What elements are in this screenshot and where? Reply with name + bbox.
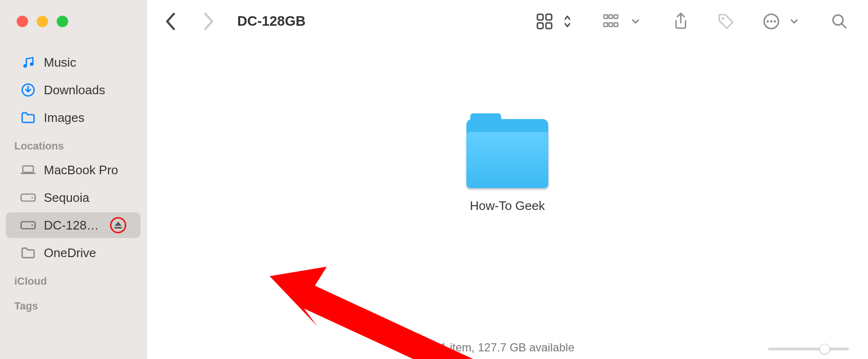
view-mode-button[interactable] bbox=[535, 12, 577, 31]
eject-highlight bbox=[110, 217, 126, 233]
download-icon bbox=[20, 82, 36, 98]
tags-button[interactable] bbox=[717, 12, 736, 31]
svg-rect-19 bbox=[23, 166, 33, 172]
sidebar-item-macbook-pro[interactable]: MacBook Pro bbox=[6, 157, 141, 183]
sidebar-item-label: OneDrive bbox=[44, 246, 126, 260]
sidebar-item-label: Images bbox=[44, 110, 126, 125]
share-button[interactable] bbox=[671, 12, 690, 31]
chevron-down-icon bbox=[626, 12, 645, 31]
icon-view-icon bbox=[535, 12, 554, 31]
svg-rect-3 bbox=[546, 23, 552, 29]
svg-point-10 bbox=[722, 17, 724, 20]
toolbar: DC-128GB bbox=[0, 0, 868, 43]
svg-rect-8 bbox=[609, 23, 613, 27]
search-button[interactable] bbox=[830, 12, 849, 31]
sidebar-section-locations[interactable]: Locations bbox=[0, 131, 146, 156]
sidebar-item-onedrive[interactable]: OneDrive bbox=[6, 240, 141, 266]
svg-rect-4 bbox=[604, 15, 608, 19]
icon-size-slider[interactable] bbox=[768, 346, 849, 352]
finder-window: DC-128GB bbox=[0, 0, 868, 359]
sidebar-item-label: MacBook Pro bbox=[44, 163, 126, 178]
svg-rect-1 bbox=[546, 14, 552, 20]
toolbar-right bbox=[535, 12, 849, 31]
item-label: How-To Geek bbox=[470, 199, 545, 213]
svg-rect-2 bbox=[537, 23, 543, 29]
svg-point-17 bbox=[30, 62, 34, 66]
sidebar-item-downloads[interactable]: Downloads bbox=[6, 77, 141, 103]
content-area: How-To Geek 1 item, 127.7 GB available bbox=[147, 43, 868, 359]
window-controls bbox=[0, 0, 147, 43]
maximize-window-button[interactable] bbox=[57, 16, 68, 27]
close-window-button[interactable] bbox=[17, 16, 28, 27]
svg-point-21 bbox=[31, 224, 33, 226]
sidebar-section-tags[interactable]: Tags bbox=[0, 291, 146, 316]
svg-rect-6 bbox=[614, 15, 618, 19]
svg-point-20 bbox=[31, 197, 33, 198]
window-title: DC-128GB bbox=[237, 13, 305, 29]
svg-point-14 bbox=[774, 20, 776, 22]
sidebar-item-label: DC-128… bbox=[44, 218, 102, 233]
sidebar-item-music[interactable]: Music bbox=[6, 50, 141, 75]
sidebar-item-images[interactable]: Images bbox=[6, 105, 141, 130]
sidebar-item-sequoia[interactable]: Sequoia bbox=[6, 185, 141, 210]
group-icon bbox=[603, 12, 622, 31]
minimize-window-button[interactable] bbox=[37, 16, 48, 27]
sidebar-item-label: Sequoia bbox=[44, 190, 126, 205]
laptop-icon bbox=[20, 162, 36, 178]
svg-rect-0 bbox=[537, 14, 543, 20]
sidebar: Music Downloads Images Locations MacB bbox=[0, 43, 147, 359]
forward-button[interactable] bbox=[199, 12, 218, 31]
navigation bbox=[161, 12, 218, 31]
sidebar-item-label: Downloads bbox=[44, 83, 126, 98]
group-by-button[interactable] bbox=[603, 12, 645, 31]
items-grid[interactable]: How-To Geek bbox=[147, 43, 868, 359]
status-bar: 1 item, 127.7 GB available bbox=[147, 338, 868, 357]
sidebar-item-dc-128[interactable]: DC-128… bbox=[6, 212, 141, 238]
svg-rect-22 bbox=[115, 227, 122, 229]
folder-plain-icon bbox=[20, 245, 36, 261]
svg-rect-9 bbox=[614, 23, 618, 27]
sidebar-item-label: Music bbox=[44, 55, 126, 70]
svg-point-13 bbox=[770, 20, 773, 22]
drive-icon bbox=[20, 217, 36, 233]
eject-button[interactable] bbox=[112, 218, 124, 232]
svg-point-16 bbox=[23, 64, 27, 68]
svg-rect-7 bbox=[604, 23, 608, 27]
svg-point-12 bbox=[767, 20, 769, 22]
folder-item[interactable]: How-To Geek bbox=[455, 119, 560, 213]
slider-track bbox=[768, 348, 849, 350]
ellipsis-circle-icon bbox=[762, 12, 781, 31]
folder-icon bbox=[20, 110, 36, 126]
svg-rect-5 bbox=[609, 15, 613, 19]
drive-icon bbox=[20, 189, 36, 206]
chevron-down-icon bbox=[785, 12, 804, 31]
folder-large-icon bbox=[466, 119, 548, 188]
slider-thumb[interactable] bbox=[819, 344, 830, 354]
toolbar-main: DC-128GB bbox=[147, 12, 868, 31]
up-down-chevron-icon bbox=[558, 12, 577, 31]
window-body: Music Downloads Images Locations MacB bbox=[0, 43, 868, 359]
sidebar-section-icloud[interactable]: iCloud bbox=[0, 267, 146, 291]
back-button[interactable] bbox=[161, 12, 180, 31]
music-icon bbox=[20, 54, 36, 70]
action-menu-button[interactable] bbox=[762, 12, 804, 31]
